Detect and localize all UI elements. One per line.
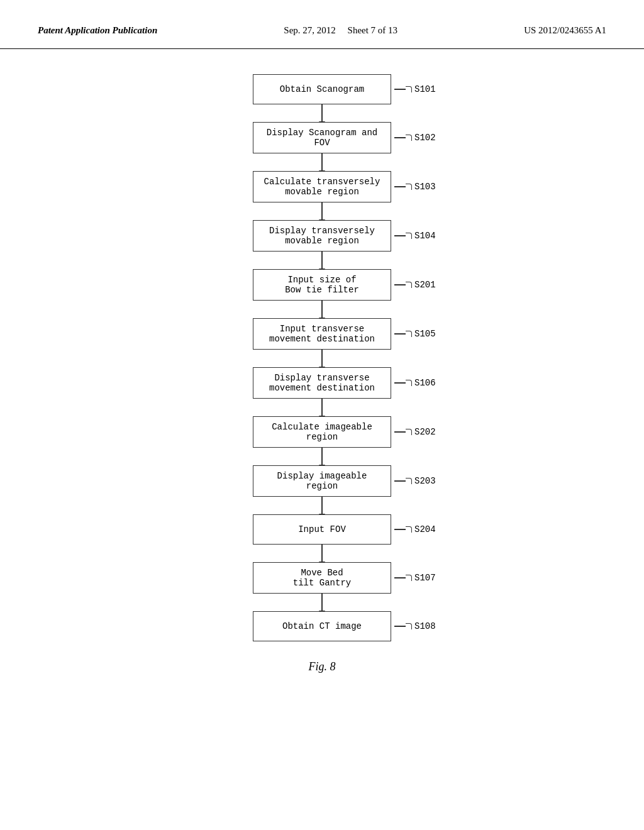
arrow-6 <box>321 399 323 416</box>
arrow-2 <box>321 202 323 220</box>
arrow-10 <box>321 594 323 611</box>
step-s101: Obtain Scanogram <box>253 74 391 104</box>
label-s202: S202 <box>394 427 436 437</box>
arrow-1 <box>321 153 323 171</box>
main-content: Obtain Scanogram S101 Display Scanogram … <box>0 49 644 673</box>
flow-row-s203: Display imageable region S203 <box>253 465 391 497</box>
arrow-3 <box>321 252 323 269</box>
arrow-7 <box>321 448 323 465</box>
step-s201: Input size ofBow tie filter <box>253 269 391 301</box>
step-s106: Display transversemovement destination <box>253 367 391 399</box>
step-s104: Display transverselymovable region <box>253 220 391 252</box>
flow-row-s101: Obtain Scanogram S101 <box>253 74 391 104</box>
label-s201: S201 <box>394 280 436 290</box>
arrow-5 <box>321 350 323 367</box>
step-s202: Calculate imageable region <box>253 416 391 448</box>
label-s108: S108 <box>394 621 436 631</box>
publication-label: Patent Application Publication <box>38 25 157 36</box>
step-s105: Input transversemovement destination <box>253 318 391 350</box>
publication-date: Sep. 27, 2012 <box>284 25 336 35</box>
arrow-0 <box>321 104 323 122</box>
flow-row-s102: Display Scanogram and FOV S102 <box>253 122 391 153</box>
date-sheet: Sep. 27, 2012 Sheet 7 of 13 <box>284 25 397 36</box>
figure-label: Fig. 8 <box>309 660 336 673</box>
flow-row-s106: Display transversemovement destination S… <box>253 367 391 399</box>
hook-s101 <box>394 86 412 92</box>
patent-number: US 2012/0243655 A1 <box>524 25 606 36</box>
arrow-8 <box>321 497 323 514</box>
page-header: Patent Application Publication Sep. 27, … <box>0 0 644 49</box>
label-s106: S106 <box>394 378 436 388</box>
label-s107: S107 <box>394 573 436 583</box>
flow-row-s103: Calculate transversely movable region S1… <box>253 171 391 202</box>
flow-row-s105: Input transversemovement destination S10… <box>253 318 391 350</box>
flow-row-s202: Calculate imageable region S202 <box>253 416 391 448</box>
label-s104: S104 <box>394 231 436 241</box>
label-s204: S204 <box>394 524 436 534</box>
label-s203: S203 <box>394 476 436 486</box>
sheet-info: Sheet 7 of 13 <box>348 25 398 35</box>
flow-row-s108: Obtain CT image S108 <box>253 611 391 641</box>
step-s102: Display Scanogram and FOV <box>253 122 391 153</box>
label-s105: S105 <box>394 329 436 339</box>
arrow-4 <box>321 301 323 318</box>
flowchart: Obtain Scanogram S101 Display Scanogram … <box>253 74 391 673</box>
flow-row-s104: Display transverselymovable region S104 <box>253 220 391 252</box>
label-s102: S102 <box>394 133 436 143</box>
step-s204: Input FOV <box>253 514 391 545</box>
step-s103: Calculate transversely movable region <box>253 171 391 202</box>
step-s108: Obtain CT image <box>253 611 391 641</box>
label-s101: S101 <box>394 84 436 94</box>
label-s103: S103 <box>394 182 436 192</box>
step-s203: Display imageable region <box>253 465 391 497</box>
step-s107: Move Bedtilt Gantry <box>253 562 391 594</box>
arrow-9 <box>321 545 323 562</box>
flow-row-s204: Input FOV S204 <box>253 514 391 545</box>
flow-row-s107: Move Bedtilt Gantry S107 <box>253 562 391 594</box>
flow-row-s201: Input size ofBow tie filter S201 <box>253 269 391 301</box>
